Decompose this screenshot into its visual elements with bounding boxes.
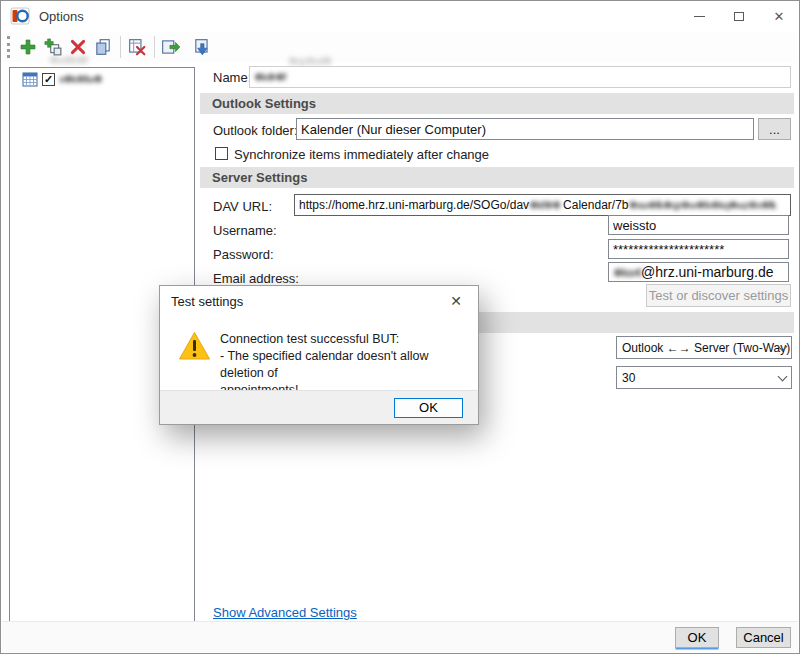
add-multiple-profiles-icon <box>44 38 62 56</box>
email-suffix-text: @hrz.uni-marburg.de <box>641 264 774 280</box>
test-settings-title: Test settings <box>171 294 243 309</box>
close-icon: ✕ <box>774 10 785 23</box>
email-input[interactable]: ✻kw✼@hrz.uni-marburg.de <box>608 262 789 282</box>
sync-interval-value: 30 <box>622 371 635 385</box>
show-advanced-settings-link[interactable]: Show Advanced Settings <box>213 605 357 620</box>
profiles-toolbar <box>2 32 798 62</box>
server-settings-header: Server Settings <box>200 167 794 188</box>
sync-mode-value: Outlook ←→ Server (Two-Way) <box>622 341 790 355</box>
minimize-icon <box>694 16 705 17</box>
dav-url-text: https://home.hrz.uni-marburg.de/SOGo/dav <box>299 198 529 212</box>
profile-name-redacted: x✻k✼fw✻ <box>59 73 111 86</box>
name-value-redacted: ✻k✼✻f <box>254 71 290 84</box>
sync-interval-dropdown[interactable]: 30 <box>616 366 792 389</box>
warning-icon <box>178 331 211 364</box>
options-window: Options ✕ <box>0 0 800 654</box>
message-line: Connection test successful BUT: <box>220 331 468 348</box>
cancel-button[interactable]: Cancel <box>736 627 791 648</box>
maximize-button[interactable] <box>719 1 759 31</box>
sync-mode-dropdown[interactable]: Outlook ←→ Server (Two-Way) <box>616 336 792 359</box>
delete-profile-button[interactable] <box>66 35 90 59</box>
dav-url-redacted: ✻kf✼✻ <box>529 199 563 212</box>
toolbar-grip[interactable] <box>7 36 10 58</box>
dav-url-text: Calendar/7b <box>563 198 628 212</box>
import-profiles-button[interactable] <box>159 35 183 59</box>
profile-checkbox[interactable]: ✓ <box>42 73 55 86</box>
caldav-synchronizer-icon <box>10 6 30 26</box>
sync-immediately-label: Synchronize items immediately after chan… <box>234 147 489 162</box>
chevron-down-icon <box>778 371 788 381</box>
title-bar: Options ✕ <box>1 1 799 31</box>
clear-cache-icon <box>128 38 146 56</box>
export-profiles-icon <box>193 38 211 56</box>
ok-button[interactable]: OK <box>675 627 719 648</box>
dialog-footer-bar: OK Cancel <box>2 621 798 652</box>
close-icon: ✕ <box>450 293 462 309</box>
message-line: - The specified calendar doesn't allow d… <box>220 348 468 382</box>
calendar-icon <box>22 72 38 87</box>
email-label: Email address: <box>213 271 299 286</box>
copy-profile-button[interactable] <box>91 35 115 59</box>
delete-profile-icon <box>69 38 87 56</box>
sync-immediately-checkbox[interactable]: ✓ <box>215 147 228 160</box>
dav-url-redacted: ✻xw✼fk✻qz✼w✻fx✼kq✻wz✼x✻fk <box>629 199 779 212</box>
username-label: Username: <box>213 223 277 238</box>
maximize-icon <box>734 12 744 21</box>
test-settings-button[interactable]: Test or discover settings <box>646 284 791 307</box>
username-input[interactable] <box>608 215 789 235</box>
profile-tree-item[interactable]: ✓ x✻k✼fw✻ <box>10 68 194 89</box>
add-multiple-profiles-button[interactable] <box>41 35 65 59</box>
add-profile-icon <box>19 38 37 56</box>
test-settings-dialog: Test settings ✕ Connection test successf… <box>159 285 479 425</box>
dav-url-label: DAV URL: <box>213 199 272 214</box>
export-profiles-button[interactable] <box>190 35 214 59</box>
password-input[interactable] <box>608 239 789 259</box>
test-settings-ok-button[interactable]: OK <box>394 398 463 418</box>
toolbar-separator <box>120 36 121 58</box>
add-profile-button[interactable] <box>16 35 40 59</box>
test-settings-body: Connection test successful BUT: - The sp… <box>160 316 478 390</box>
clear-cache-button[interactable] <box>125 35 149 59</box>
outlook-settings-header: Outlook Settings <box>200 93 794 114</box>
close-button[interactable]: ✕ <box>759 1 799 31</box>
outlook-folder-label: Outlook folder: <box>213 123 298 138</box>
test-settings-close-button[interactable]: ✕ <box>434 286 478 316</box>
import-profiles-icon <box>161 38 181 56</box>
minimize-button[interactable] <box>679 1 719 31</box>
test-settings-title-bar: Test settings ✕ <box>160 286 478 316</box>
dav-url-input[interactable]: https://home.hrz.uni-marburg.de/SOGo/dav… <box>294 194 791 216</box>
email-prefix-redacted: ✻kw✼ <box>613 266 641 280</box>
browse-folder-button[interactable]: ... <box>758 118 791 140</box>
name-label: Name: <box>213 70 251 85</box>
copy-profile-icon <box>94 38 112 56</box>
toolbar-separator <box>154 36 155 58</box>
outlook-folder-input[interactable] <box>296 118 754 140</box>
test-settings-footer: OK <box>160 390 478 424</box>
name-input[interactable]: ✻k✼✻f <box>249 66 791 88</box>
window-title: Options <box>39 9 84 24</box>
password-label: Password: <box>213 247 274 262</box>
